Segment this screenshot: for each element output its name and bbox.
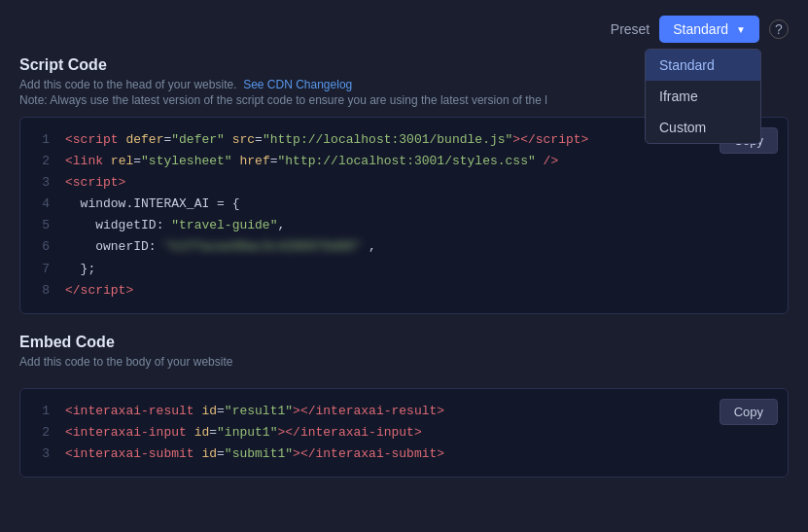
chevron-down-icon: ▼ — [736, 24, 746, 35]
table-row: 7 }; — [36, 259, 772, 280]
help-icon[interactable]: ? — [769, 19, 789, 39]
table-row: 4 window.INTERAX_AI = { — [36, 194, 772, 215]
table-row: 1 <interaxai-result id="result1"></inter… — [36, 401, 772, 422]
dropdown-item-standard[interactable]: Standard — [646, 50, 760, 81]
dropdown-item-custom[interactable]: Custom — [646, 112, 760, 143]
table-row: 6 ownerID: "k1ffacee99ac3c4280976d88" , — [36, 236, 772, 258]
cdn-changelog-link[interactable]: See CDN Changelog — [243, 78, 352, 91]
embed-copy-button[interactable]: Copy — [720, 399, 778, 425]
preset-dropdown: Standard Iframe Custom — [645, 49, 761, 144]
header-bar: Preset Standard ▼ ? Standard Iframe Cust… — [19, 16, 789, 43]
script-code-block: Copy 1 <script defer="defer" src="http:/… — [19, 117, 789, 314]
preset-label: Preset — [611, 21, 650, 37]
dropdown-item-iframe[interactable]: Iframe — [646, 81, 760, 112]
preset-value: Standard — [673, 21, 728, 37]
table-row: 3 <interaxai-submit id="submit1"></inter… — [36, 443, 772, 465]
table-row: 3 <script> — [36, 172, 772, 194]
embed-code-lines: 1 <interaxai-result id="result1"></inter… — [36, 401, 772, 465]
table-row: 5 widgetID: "travel-guide", — [36, 215, 772, 236]
script-code-lines: 1 <script defer="defer" src="http://loca… — [36, 129, 772, 301]
table-row: 2 <link rel="stylesheet" href="http://lo… — [36, 151, 772, 172]
embed-section-heading: Embed Code — [19, 334, 789, 351]
table-row: 8 </script> — [36, 280, 772, 301]
preset-button[interactable]: Standard ▼ — [659, 16, 759, 43]
table-row: 2 <interaxai-input id="input1"></interax… — [36, 422, 772, 443]
embed-section-desc: Add this code to the body of your websit… — [19, 355, 789, 369]
embed-section: Embed Code Add this code to the body of … — [19, 334, 789, 478]
embed-code-block: Copy 1 <interaxai-result id="result1"></… — [19, 388, 789, 478]
